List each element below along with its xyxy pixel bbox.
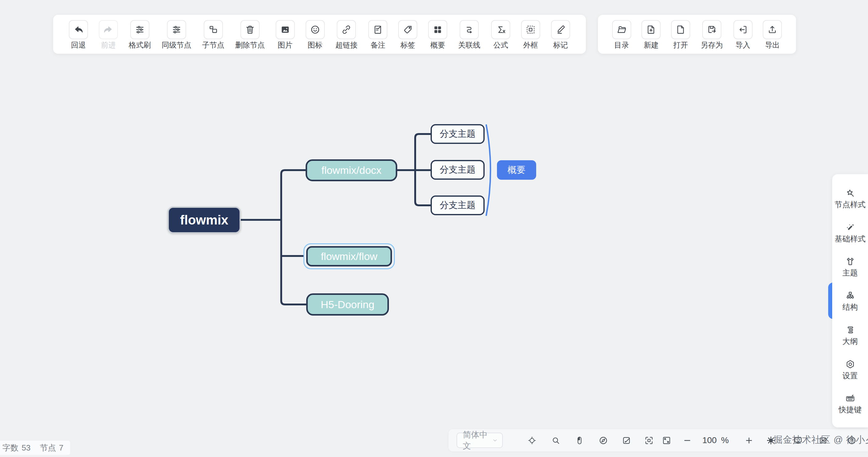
zoom-value: 100 <box>702 435 717 445</box>
mindmap-node-summary[interactable]: 概要 <box>497 160 536 180</box>
search-icon <box>551 436 561 445</box>
presentation-button[interactable] <box>791 433 805 448</box>
mindmap-canvas[interactable]: flowmix flowmix/docx flowmix/flow H5-Doo… <box>0 0 868 457</box>
edit-icon <box>622 436 631 445</box>
sidebar-item-structure[interactable]: 结构 <box>842 291 858 311</box>
sliders-icon <box>171 24 182 35</box>
zoom-out-button[interactable] <box>680 433 694 448</box>
zoom-level: 100 % <box>695 433 736 448</box>
edit-mode-button[interactable] <box>620 433 633 448</box>
marker-pen-icon <box>555 24 566 35</box>
sidebar-item-theme[interactable]: 主题 <box>842 256 858 277</box>
fit-screen-button[interactable] <box>660 433 673 448</box>
delete-node-button[interactable]: 删除节点 <box>235 20 265 49</box>
crosshair-icon <box>527 436 537 445</box>
formula-button[interactable]: 公式 <box>491 20 510 49</box>
open-file-button[interactable]: 打开 <box>671 20 690 49</box>
keyboard-icon <box>845 393 855 403</box>
zoom-in-button[interactable] <box>742 433 756 448</box>
file-plus-icon <box>646 24 656 35</box>
note-button[interactable]: 备注 <box>368 20 388 49</box>
magic-wand-icon <box>845 222 855 233</box>
bottom-control-bar: 简体中文 100 % <box>448 429 868 452</box>
fullscreen-icon <box>644 436 654 445</box>
brightness-button[interactable] <box>764 433 778 448</box>
selection-ring: flowmix/flow <box>304 243 395 269</box>
undo-icon <box>73 24 84 35</box>
import-button[interactable]: 导入 <box>734 20 752 49</box>
outer-frame-icon <box>525 24 536 35</box>
sidebar-item-basic-style[interactable]: 基础样式 <box>835 222 866 243</box>
relation-line-icon <box>464 24 474 35</box>
mindmap-node-docx[interactable]: flowmix/docx <box>306 159 397 181</box>
icon-button[interactable]: 图标 <box>306 20 325 49</box>
plus-icon <box>744 436 754 445</box>
structure-icon <box>845 291 855 301</box>
mindmap-node-branch-2[interactable]: 分支主题 <box>431 160 485 180</box>
mindmap-node-branch-1[interactable]: 分支主题 <box>431 124 485 144</box>
search-button[interactable] <box>549 433 562 448</box>
save-as-icon <box>707 24 717 35</box>
image-button[interactable]: 图片 <box>276 20 295 49</box>
link-icon <box>341 24 351 35</box>
mark-button[interactable]: 标记 <box>551 20 570 49</box>
sidebar-item-settings[interactable]: 设置 <box>842 359 858 379</box>
fit-screen-icon <box>662 436 671 445</box>
image-icon <box>280 24 290 35</box>
export-icon <box>767 24 778 35</box>
grid-icon <box>432 24 443 35</box>
chevron-down-icon <box>492 437 498 444</box>
save-as-button[interactable]: 另存为 <box>701 20 723 49</box>
sun-icon <box>766 436 776 445</box>
directory-button[interactable]: 目录 <box>612 20 631 49</box>
sliders-icon <box>134 24 145 35</box>
outline-list-icon <box>845 325 855 335</box>
tag-button[interactable]: 标签 <box>398 20 417 49</box>
minus-icon <box>682 436 692 445</box>
outer-frame-button[interactable]: 外框 <box>521 20 540 49</box>
mouse-mode-button[interactable] <box>572 433 586 448</box>
locate-button[interactable] <box>525 433 539 448</box>
help-button[interactable] <box>845 433 859 448</box>
node-count-label: 节点 <box>40 443 56 453</box>
new-file-button[interactable]: 新建 <box>642 20 660 49</box>
hyperlink-button[interactable]: 超链接 <box>335 20 358 49</box>
tshirt-icon <box>845 256 855 267</box>
zoom-unit: % <box>721 435 729 445</box>
storage-button[interactable] <box>816 433 830 448</box>
main-toolbar: 回退 前进 格式刷 同级节点 子节点 删除节点 图片 图标 超链接 备注 标签 <box>53 15 586 54</box>
mindmap-node-branch-3[interactable]: 分支主题 <box>431 195 485 215</box>
child-node-button[interactable]: 子节点 <box>202 20 224 49</box>
mindmap-node-flow-selected[interactable]: flowmix/flow <box>306 246 392 267</box>
language-value: 简体中文 <box>463 429 492 452</box>
format-painter-button[interactable]: 格式刷 <box>129 20 151 49</box>
mindmap-node-h5dooring[interactable]: H5-Dooring <box>306 293 389 315</box>
summary-button[interactable]: 概要 <box>428 20 447 49</box>
sibling-node-button[interactable]: 同级节点 <box>162 20 191 49</box>
folder-open-icon <box>616 24 627 35</box>
child-node-icon <box>208 24 219 35</box>
node-count-value: 7 <box>59 443 63 453</box>
mouse-icon <box>575 436 584 445</box>
compass-button[interactable] <box>596 433 610 448</box>
import-icon <box>738 24 748 35</box>
fullscreen-button[interactable] <box>642 433 656 448</box>
word-count-value: 53 <box>22 443 31 453</box>
sidebar-item-outline[interactable]: 大纲 <box>842 325 858 345</box>
sidebar-item-node-style[interactable]: 节点样式 <box>835 188 866 208</box>
connector-lines <box>0 0 868 457</box>
sidebar-item-shortcuts[interactable]: 快捷键 <box>839 393 862 414</box>
mindmap-node-root[interactable]: flowmix <box>167 207 241 234</box>
undo-button[interactable]: 回退 <box>69 20 88 49</box>
box-x-icon <box>818 436 828 445</box>
file-toolbar: 目录 新建 打开 另存为 导入 导出 <box>598 15 796 54</box>
trash-icon <box>245 24 255 35</box>
redo-button[interactable]: 前进 <box>99 20 118 49</box>
smiley-icon <box>310 24 320 35</box>
export-button[interactable]: 导出 <box>763 20 782 49</box>
tag-icon <box>403 24 413 35</box>
monitor-icon <box>793 436 803 445</box>
relation-line-button[interactable]: 关联线 <box>458 20 480 49</box>
language-select[interactable]: 简体中文 <box>457 433 503 448</box>
file-icon <box>675 24 686 35</box>
